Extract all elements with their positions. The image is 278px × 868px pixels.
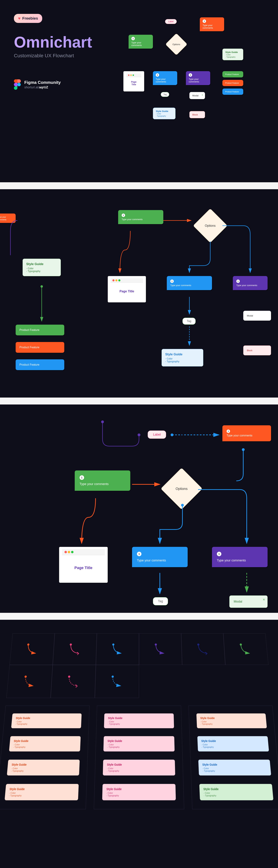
style-guide-blue[interactable]: Style Guide - Color - Typography bbox=[153, 107, 175, 119]
feature-orange-big[interactable]: Product Feature bbox=[16, 342, 64, 353]
tooltip-pink[interactable]: Style Guide- Color- Typography bbox=[104, 713, 174, 728]
tag-big[interactable]: Tag bbox=[183, 318, 196, 324]
comment-node-purple[interactable]: 1 Type your comments bbox=[186, 71, 210, 85]
arrow-icon bbox=[109, 640, 127, 658]
arrow-cell bbox=[139, 633, 182, 665]
comment-edge[interactable]: Type your comments bbox=[0, 214, 16, 223]
feature-orange[interactable]: Product Feature bbox=[222, 80, 243, 86]
tooltip-column: Style Guide- Color- Typography Style Gui… bbox=[94, 706, 184, 809]
flowchart-zoom-2: Label 1 Type your comments 1 Type your c… bbox=[0, 404, 278, 613]
comment-green-p3[interactable]: 1 Type your comments bbox=[75, 470, 130, 491]
feature-green[interactable]: Product Feature bbox=[222, 71, 243, 78]
modal-p3[interactable]: × Modal bbox=[229, 595, 268, 608]
figma-url: shorturl.at/aqrUZ bbox=[24, 86, 61, 89]
tooltip-blue[interactable]: Style Guide- Color- Typography bbox=[197, 736, 269, 751]
tag-node[interactable]: Tag bbox=[161, 92, 169, 97]
flowchart-zoom-1: Type your comments 1 Type your comments … bbox=[0, 189, 278, 398]
tooltip-orange[interactable]: Style Guide- Color- Typography bbox=[7, 760, 80, 775]
hero-panel: ♥ Freebies Omnichart Customizable UX Flo… bbox=[0, 0, 278, 182]
svg-point-3 bbox=[138, 433, 140, 436]
figma-icon bbox=[14, 79, 21, 90]
style-guide-node[interactable]: Style Guide - Color - Typography bbox=[222, 49, 243, 60]
modal-big[interactable]: Modal bbox=[243, 311, 271, 321]
svg-point-2 bbox=[101, 421, 104, 423]
modal-node[interactable]: × Modal bbox=[189, 92, 205, 99]
svg-point-6 bbox=[242, 448, 245, 451]
tooltip-orange[interactable]: Style Guide- Color- Typography bbox=[4, 784, 79, 800]
arrow-cell bbox=[181, 633, 225, 665]
tooltip-orange[interactable]: Style Guide- Color- Typography bbox=[11, 713, 82, 728]
comment-purple-big[interactable]: 1 Type your comments bbox=[233, 276, 268, 290]
tooltip-pink[interactable]: Style Guide- Color- Typography bbox=[103, 736, 174, 751]
label-node[interactable]: Label bbox=[165, 19, 177, 24]
arrow-cell bbox=[53, 633, 97, 665]
arrow-icon bbox=[66, 640, 84, 658]
comment-node-green[interactable]: 1 Type your comments bbox=[129, 35, 153, 49]
feature-blue[interactable]: Product Feature bbox=[222, 89, 243, 95]
arrow-cell bbox=[223, 633, 269, 665]
svg-point-4 bbox=[171, 433, 173, 436]
flowchart-preview: Label 1 Type your comments 1 Type your c… bbox=[121, 14, 278, 182]
heart-icon: ♥ bbox=[18, 16, 21, 21]
figma-label: Figma Community bbox=[24, 80, 61, 85]
tooltip-column: Style Guide- Color- Typography Style Gui… bbox=[188, 706, 278, 809]
arrow-icon bbox=[23, 640, 42, 658]
svg-point-1 bbox=[40, 285, 43, 288]
tooltip-pink[interactable]: Style Guide- Color- Typography bbox=[102, 784, 176, 800]
tooltip-orange[interactable]: Style Guide- Color- Typography bbox=[196, 713, 267, 728]
component-library: Style Guide- Color- Typography Style Gui… bbox=[0, 620, 278, 868]
arrow-icon bbox=[151, 640, 169, 658]
style-blue-big[interactable]: Style Guide - Color - Typography bbox=[162, 349, 203, 367]
arrow-cell bbox=[6, 665, 53, 698]
label-big[interactable]: Label bbox=[148, 431, 166, 439]
feature-green-big[interactable]: Product Feature bbox=[16, 324, 64, 335]
comment-purple-p3[interactable]: 1 Type your comments bbox=[212, 547, 268, 567]
comment-node-orange[interactable]: 1 Type your comments bbox=[200, 18, 224, 31]
page-window-p3[interactable]: Page Title bbox=[59, 547, 108, 583]
arrow-dashed-icon bbox=[64, 672, 83, 690]
close-icon[interactable]: × bbox=[202, 94, 203, 96]
tooltip-pink[interactable]: Style Guide- Color- Typography bbox=[103, 760, 175, 775]
close-icon[interactable]: × bbox=[263, 597, 265, 602]
options-p3[interactable]: Options bbox=[161, 468, 202, 509]
arrow-cell bbox=[95, 665, 139, 698]
comment-node-blue[interactable]: 1 Type your comments bbox=[153, 71, 177, 85]
arrow-cell bbox=[9, 633, 55, 665]
arrow-cell bbox=[96, 633, 139, 665]
comment-green-big[interactable]: 1 Type your comments bbox=[118, 210, 163, 224]
arrow-icon bbox=[236, 640, 255, 658]
style-guide-tooltip[interactable]: Style Guide - Color - Typography bbox=[23, 259, 61, 276]
tag-p3[interactable]: Tag bbox=[153, 597, 168, 606]
feature-blue-big[interactable]: Product Feature bbox=[16, 359, 64, 370]
window-dot-red bbox=[128, 74, 130, 76]
block-big[interactable]: Block bbox=[243, 345, 271, 355]
tooltip-blue[interactable]: Style Guide- Color- Typography bbox=[198, 760, 271, 775]
tooltip-green[interactable]: Style Guide- Color- Typography bbox=[199, 784, 274, 800]
badge-label: Freebies bbox=[22, 16, 38, 21]
page-window[interactable]: Page Title bbox=[123, 71, 144, 92]
freebies-badge: ♥ Freebies bbox=[14, 14, 42, 23]
arrow-dashed-icon bbox=[20, 672, 39, 690]
block-node[interactable]: Block bbox=[189, 111, 205, 118]
comment-orange-big[interactable]: 1 Type your comments bbox=[222, 425, 271, 441]
tooltip-grid: Style Guide- Color- Typography Style Gui… bbox=[0, 706, 278, 809]
window-dot-green bbox=[133, 74, 134, 76]
svg-point-0 bbox=[17, 83, 21, 86]
arrow-grid bbox=[6, 633, 272, 698]
tooltip-orange[interactable]: Style Guide- Color- Typography bbox=[9, 736, 81, 751]
arrow-icon bbox=[194, 640, 212, 658]
comment-blue-p3[interactable]: 1 Type your comments bbox=[132, 547, 188, 567]
options-diamond[interactable]: Options bbox=[165, 33, 187, 55]
arrow-dashed-icon bbox=[108, 672, 126, 690]
tooltip-column: Style Guide- Color- Typography Style Gui… bbox=[0, 706, 90, 809]
comment-blue-big[interactable]: 1 Type your comments bbox=[167, 276, 212, 290]
window-dot-yellow bbox=[130, 74, 132, 76]
page-window-big[interactable]: Page Title bbox=[108, 276, 146, 302]
arrow-cell bbox=[51, 665, 96, 698]
options-big[interactable]: Options bbox=[193, 209, 227, 243]
